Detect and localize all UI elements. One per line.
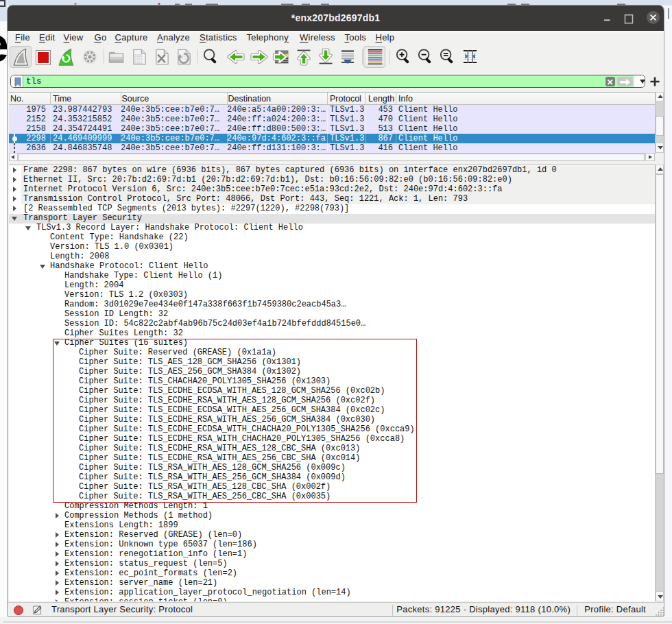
svg-text:0111: 0111	[134, 61, 143, 64]
